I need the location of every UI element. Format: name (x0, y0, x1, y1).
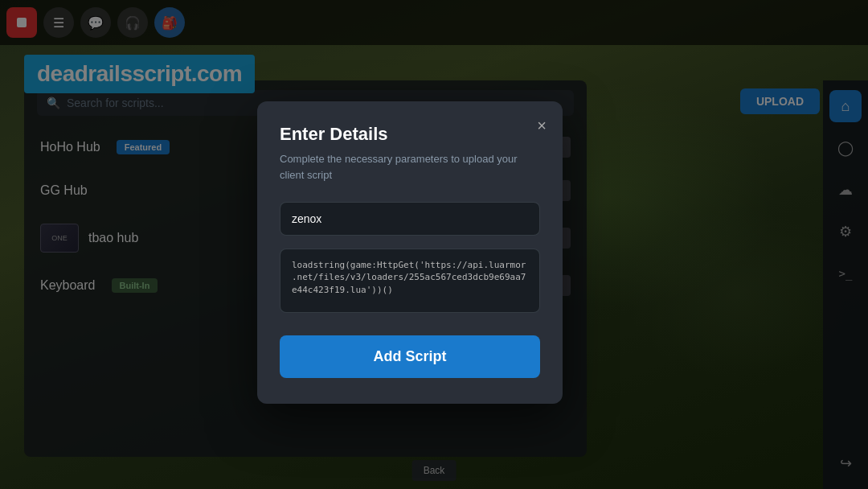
modal-overlay: × Enter Details Complete the necessary p… (0, 0, 868, 489)
modal-close-button[interactable]: × (537, 117, 547, 134)
enter-details-modal: × Enter Details Complete the necessary p… (257, 101, 563, 404)
script-field (280, 249, 540, 316)
script-input[interactable] (280, 249, 540, 313)
add-script-button[interactable]: Add Script (280, 335, 540, 378)
modal-subtitle: Complete the necessary parameters to upl… (280, 151, 540, 183)
modal-title: Enter Details (280, 124, 540, 145)
title-field (280, 202, 540, 236)
title-input[interactable] (280, 202, 540, 236)
